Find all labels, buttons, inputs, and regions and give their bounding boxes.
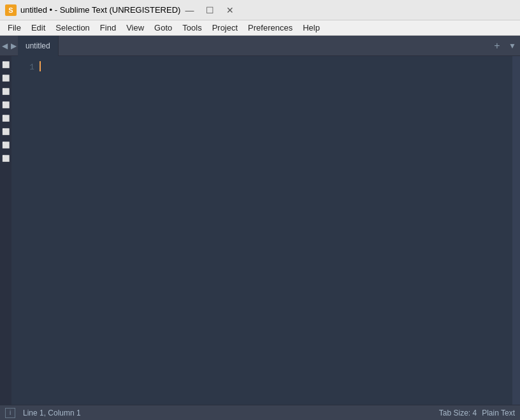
menu-find[interactable]: Find xyxy=(95,22,121,34)
menu-tools[interactable]: Tools xyxy=(177,22,206,34)
sidebar-icon-5: ⬜ xyxy=(2,115,10,122)
cursor-line xyxy=(40,61,510,71)
close-button[interactable]: ✕ xyxy=(221,3,239,17)
text-cursor xyxy=(40,61,41,71)
menu-preferences[interactable]: Preferences xyxy=(243,22,298,34)
menu-view[interactable]: View xyxy=(121,22,149,34)
sidebar: ⬜ ⬜ ⬜ ⬜ ⬜ ⬜ ⬜ ⬜ xyxy=(0,56,11,405)
editor-area: 1 xyxy=(11,56,520,405)
sidebar-icon-7: ⬜ xyxy=(2,141,10,148)
tab-untitled[interactable]: untitled xyxy=(18,36,59,56)
menu-edit[interactable]: Edit xyxy=(26,22,50,34)
status-bar: i Line 1, Column 1 Tab Size: 4 Plain Tex… xyxy=(0,405,520,420)
tab-nav-left[interactable]: ◀ xyxy=(0,36,9,56)
tab-bar: ◀ ▶ untitled + ▼ xyxy=(0,36,520,56)
line-number-1: 1 xyxy=(11,61,34,74)
window-controls: — ☐ ✕ xyxy=(180,3,239,17)
menu-selection[interactable]: Selection xyxy=(50,22,94,34)
status-icon[interactable]: i xyxy=(5,408,15,418)
vertical-scrollbar[interactable] xyxy=(512,56,520,405)
tab-add-button[interactable]: + xyxy=(489,38,505,54)
code-editor[interactable] xyxy=(37,56,512,405)
menu-goto[interactable]: Goto xyxy=(149,22,177,34)
sidebar-icon-6: ⬜ xyxy=(2,128,10,135)
line-numbers: 1 xyxy=(11,56,37,405)
main-area: ⬜ ⬜ ⬜ ⬜ ⬜ ⬜ ⬜ ⬜ 1 xyxy=(0,56,520,405)
tab-nav-right[interactable]: ▶ xyxy=(9,36,18,56)
minimize-button[interactable]: — xyxy=(180,3,198,17)
status-syntax[interactable]: Plain Text xyxy=(482,409,515,417)
sidebar-icon-2: ⬜ xyxy=(2,75,10,82)
menu-bar: File Edit Selection Find View Goto Tools… xyxy=(0,20,520,36)
sidebar-icon-1: ⬜ xyxy=(2,61,10,68)
status-tab-size[interactable]: Tab Size: 4 xyxy=(439,409,477,417)
menu-project[interactable]: Project xyxy=(207,22,243,34)
sidebar-icon-8: ⬜ xyxy=(2,155,10,162)
window-title: untitled • - Sublime Text (UNREGISTERED) xyxy=(20,5,180,15)
sidebar-icon-3: ⬜ xyxy=(2,88,10,95)
app-icon: S xyxy=(5,4,17,16)
menu-help[interactable]: Help xyxy=(298,22,325,34)
sidebar-icon-4: ⬜ xyxy=(2,101,10,108)
status-position: Line 1, Column 1 xyxy=(23,409,81,417)
tab-dropdown-button[interactable]: ▼ xyxy=(505,38,520,54)
title-bar: S untitled • - Sublime Text (UNREGISTERE… xyxy=(0,0,520,20)
tab-label: untitled xyxy=(25,41,50,50)
menu-file[interactable]: File xyxy=(3,22,26,34)
maximize-button[interactable]: ☐ xyxy=(201,3,219,17)
svg-text:S: S xyxy=(8,6,13,14)
